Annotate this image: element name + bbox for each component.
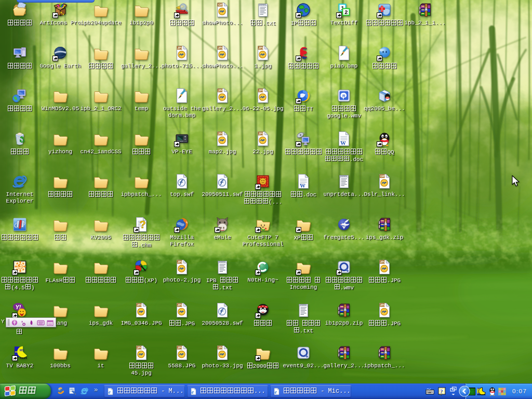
svg-text:e: e <box>109 389 111 394</box>
svg-text:e: e <box>192 389 194 394</box>
svg-text:?: ? <box>440 388 443 394</box>
svg-text:e: e <box>275 389 277 394</box>
